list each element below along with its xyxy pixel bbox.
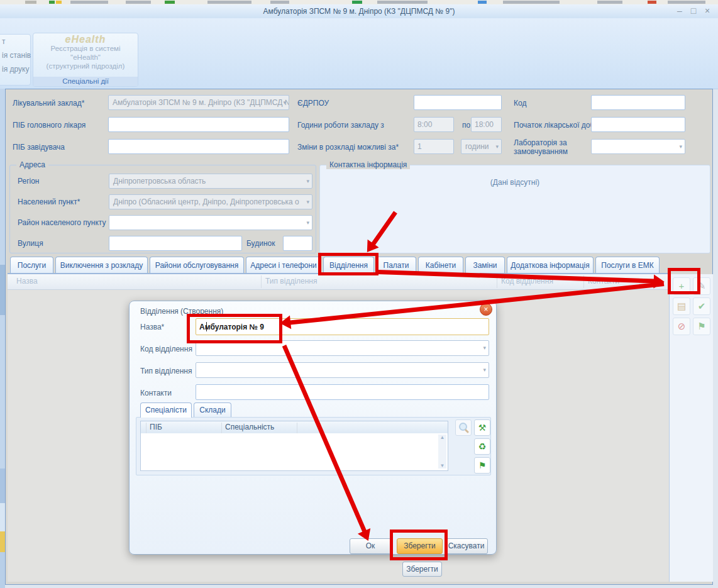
day-start-input[interactable]	[591, 117, 685, 132]
hours-from-input[interactable]	[414, 117, 454, 132]
specialists-grid-panel: ПІБ Спеціальність ▲ ▼ ⚒ ♻ ⚑	[136, 417, 491, 475]
toolbar-fragment	[668, 1, 705, 4]
city-value: Дніпро (Обласний центр, Дніпро, Дніпропе…	[113, 197, 299, 206]
clipped-label: ія друку	[2, 65, 29, 74]
chevron-down-icon: ▾	[283, 96, 286, 109]
building-input[interactable]	[283, 236, 312, 251]
background-window-strip	[0, 315, 5, 469]
contact-empty-text: (Дані відсутні)	[320, 178, 710, 187]
contacts-label: Контакти	[140, 389, 172, 397]
toolbar-fragment	[503, 1, 560, 4]
flag-record-icon[interactable]: ⚑	[693, 318, 710, 335]
specialists-grid-body: ▲ ▼	[140, 433, 448, 471]
hours-to-input[interactable]	[471, 117, 502, 132]
background-toolbar-strip	[0, 0, 718, 4]
city-label: Населений пункт*	[18, 197, 80, 206]
edrpou-input[interactable]	[414, 95, 502, 110]
ribbon: т ія станів ія друку eHealth Реєстрація …	[0, 18, 718, 89]
ribbon-group-label: Спеціальні дії	[33, 77, 138, 86]
clipped-label: ія станів	[2, 51, 31, 60]
copy-record-icon[interactable]: ▤	[673, 297, 690, 315]
address-group-title: Адреса	[16, 160, 48, 169]
chevron-down-icon: ▾	[495, 140, 499, 153]
head-input[interactable]	[108, 139, 289, 154]
dialog-close-icon[interactable]: ×	[480, 303, 492, 316]
clipped-label: т	[2, 37, 6, 46]
toolbar-fragment	[25, 1, 36, 4]
refresh-icon[interactable]: ♻	[474, 438, 490, 455]
chevron-down-icon: ▾	[679, 140, 682, 153]
scroll-up-icon[interactable]: ▲	[438, 435, 446, 440]
background-window-strip	[0, 89, 5, 265]
toolbar-fragment	[49, 1, 55, 4]
dept-type-combo[interactable]: ▾	[196, 362, 489, 378]
cancel-record-icon[interactable]: ⊘	[673, 318, 690, 335]
code-input[interactable]	[591, 95, 685, 110]
background-window-strip	[0, 469, 5, 503]
chief-doctor-input[interactable]	[108, 117, 289, 132]
column-header[interactable]: Спеціальність	[225, 423, 274, 431]
grid-scrollbar[interactable]: ▲ ▼	[438, 435, 446, 469]
street-label: Вулиця	[18, 239, 43, 248]
district-combo[interactable]: ▾	[109, 215, 312, 230]
region-combo[interactable]: Дніпропетровська область ▾	[109, 174, 312, 189]
scroll-down-icon[interactable]: ▼	[438, 463, 446, 469]
background-window-strip	[0, 531, 5, 552]
ok-button[interactable]: Ок	[350, 538, 391, 554]
building-label: Будинок	[246, 239, 275, 248]
head-label: ПІБ завідувача	[13, 143, 65, 152]
confirm-record-icon[interactable]: ✔	[693, 297, 710, 315]
tab-adresy[interactable]: Адреси і телефони	[246, 257, 321, 274]
column-separator	[146, 423, 146, 433]
background-window-strip	[0, 552, 5, 588]
tools-glyph: ⚒	[478, 423, 487, 433]
toolbar-fragment	[70, 1, 108, 4]
maximize-button[interactable]: □	[688, 4, 699, 18]
region-value: Дніпропетровська область	[113, 177, 206, 186]
ehealth-button-line1: Реєстрація в системі "eHealth"	[36, 44, 135, 62]
ehealth-register-button[interactable]: eHealth Реєстрація в системі "eHealth" (…	[36, 35, 135, 75]
column-separator	[221, 423, 222, 433]
background-window-strip	[0, 503, 5, 531]
contacts-input[interactable]	[196, 384, 489, 400]
lab-label-line1: Лабораторія за	[514, 138, 567, 147]
tab-vykliuchennia[interactable]: Виключення з розкладу	[55, 257, 148, 274]
ehealth-button-line2: (структурний підрозділ)	[36, 62, 135, 70]
shift-value-input[interactable]	[414, 139, 454, 154]
column-header[interactable]: Тип відділення	[265, 277, 317, 286]
flag-icon[interactable]: ⚑	[474, 457, 490, 474]
flag-glyph: ⚑	[697, 321, 705, 331]
shift-unit-value: години	[465, 142, 489, 151]
tab-sklady[interactable]: Склади	[194, 402, 231, 418]
region-label: Регіон	[18, 177, 40, 186]
tab-dodatkova[interactable]: Додаткова інформація	[507, 257, 594, 274]
chevron-down-icon: ▾	[483, 363, 486, 377]
default-lab-combo[interactable]: ▾	[591, 139, 685, 154]
column-header[interactable]: ПІБ	[150, 423, 162, 431]
hours-to-label: по	[462, 121, 470, 130]
tab-poslugy[interactable]: Послуги	[10, 257, 53, 274]
facility-value: Амбулаторія ЗПСМ № 9 м. Дніпро (КЗ "ДЦПМ…	[113, 98, 289, 107]
city-combo[interactable]: Дніпро (Обласний центр, Дніпро, Дніпропе…	[109, 194, 312, 209]
prohibition-glyph: ⊘	[678, 321, 686, 331]
lab-label-line2: замовчуванням	[514, 147, 568, 156]
close-button[interactable]: ×	[702, 4, 713, 18]
column-separator	[297, 423, 297, 433]
cancel-button[interactable]: Скасувати	[445, 538, 488, 554]
contact-info-title: Контактна інформація	[326, 160, 410, 169]
toolbar-fragment	[597, 1, 622, 4]
tab-raiony[interactable]: Райони обслуговування	[150, 257, 244, 274]
form-save-button[interactable]: Зберегти	[402, 562, 442, 577]
tab-specialisty[interactable]: Спеціалісти	[140, 402, 192, 418]
chevron-down-icon: ▾	[306, 216, 309, 230]
tab-zaminy[interactable]: Заміни	[465, 257, 505, 274]
ribbon-group-clipped: т ія станів ія друку	[0, 34, 31, 86]
street-input[interactable]	[109, 236, 242, 251]
tools-icon[interactable]: ⚒	[474, 419, 490, 436]
facility-combo[interactable]: Амбулаторія ЗПСМ № 9 м. Дніпро (КЗ "ДЦПМ…	[108, 95, 289, 110]
minimize-button[interactable]: –	[674, 4, 685, 18]
shift-unit-combo[interactable]: години ▾	[461, 139, 502, 154]
search-icon[interactable]	[455, 419, 472, 436]
tab-poslugy-emk[interactable]: Послуги в ЕМК	[595, 257, 660, 274]
column-header[interactable]: Назва	[16, 277, 38, 286]
